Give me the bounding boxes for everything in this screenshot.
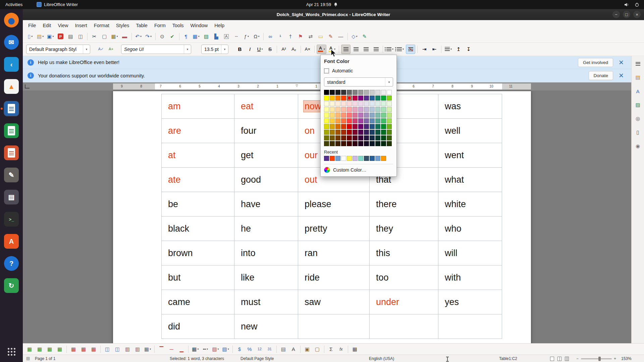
multi-page-view-icon[interactable] (557, 357, 561, 361)
custom-color-option[interactable]: Custom Color… (324, 166, 393, 174)
dock-help[interactable]: ? (4, 256, 19, 271)
color-swatch[interactable] (358, 141, 363, 146)
color-swatch[interactable] (370, 135, 375, 140)
dock-libreoffice-writer[interactable] (4, 101, 19, 116)
color-swatch[interactable] (358, 124, 363, 129)
color-swatch[interactable] (387, 130, 392, 135)
table-cell[interactable]: into (234, 241, 298, 265)
color-swatch[interactable] (370, 90, 375, 95)
table-cell[interactable]: ate (162, 168, 234, 192)
color-swatch[interactable] (387, 113, 392, 118)
color-swatch[interactable] (330, 130, 335, 135)
color-swatch[interactable] (341, 96, 346, 101)
color-swatch[interactable] (330, 156, 335, 161)
border-color-dropdown-arrow[interactable]: ▾ (218, 348, 219, 351)
cut-button[interactable]: ✂ (90, 32, 99, 41)
font-size-value[interactable]: 13.5 pt (202, 47, 221, 52)
align-center-button[interactable] (351, 45, 361, 54)
color-swatch[interactable] (353, 113, 358, 118)
delete-row-button[interactable]: ▦ (69, 345, 78, 354)
insert-column-before-button[interactable]: ▦ (45, 345, 54, 354)
color-swatch[interactable] (364, 130, 369, 135)
insert-hyperlink-button[interactable]: ∞ (266, 32, 275, 41)
color-swatch[interactable] (375, 118, 380, 123)
color-swatch[interactable] (370, 118, 375, 123)
table-cell[interactable]: are (162, 119, 234, 143)
number-format-date-button[interactable]: 31 (265, 345, 274, 354)
color-swatch[interactable] (375, 141, 380, 146)
page-number-status[interactable]: Page 1 of 1 (35, 356, 55, 361)
borders-dropdown-arrow[interactable]: ▾ (197, 348, 199, 351)
color-swatch[interactable] (370, 113, 375, 118)
insert-chart-button[interactable]: ▙ (212, 32, 221, 41)
sidebar-styles-icon[interactable]: A (634, 87, 642, 95)
color-swatch[interactable] (364, 96, 369, 101)
table-cell[interactable]: saw (298, 290, 370, 314)
color-swatch[interactable] (358, 130, 363, 135)
color-swatch[interactable] (375, 124, 380, 129)
color-swatch[interactable] (375, 156, 380, 161)
new-style-button[interactable]: A+ (106, 45, 116, 54)
align-bottom-button[interactable]: ▁ (177, 345, 186, 354)
window-titlebar[interactable]: Dolch_Sight_Words_Primer.docx - LibreOff… (23, 9, 644, 20)
color-swatch[interactable] (370, 124, 375, 129)
table-cell[interactable]: they (370, 217, 438, 241)
palette-select[interactable]: standard (324, 77, 393, 86)
color-swatch[interactable] (341, 113, 346, 118)
color-swatch[interactable] (381, 96, 386, 101)
cross-reference-button[interactable]: ⇄ (306, 32, 315, 41)
color-swatch[interactable] (375, 135, 380, 140)
font-size-combobox[interactable]: 13.5 pt (201, 45, 228, 54)
color-swatch[interactable] (335, 113, 340, 118)
color-swatch[interactable] (335, 135, 340, 140)
table-cell[interactable] (370, 314, 438, 339)
color-swatch[interactable] (347, 156, 352, 161)
formula-button[interactable]: fx (336, 345, 346, 354)
ruler-indent-marker[interactable]: ▽ (296, 84, 298, 87)
menu-edit[interactable]: Edit (39, 21, 54, 30)
ordered-list-button[interactable]: ▾ (395, 45, 405, 54)
close-notification-icon[interactable]: ✕ (619, 72, 624, 79)
color-swatch[interactable] (353, 96, 358, 101)
table-background-color-button[interactable]: ▧▾ (221, 345, 230, 354)
increase-paragraph-spacing-button[interactable]: ↥ (454, 45, 463, 54)
automatic-color-option[interactable]: Automatic (324, 67, 393, 74)
book-view-icon[interactable] (565, 357, 569, 361)
menu-file[interactable]: File (25, 21, 39, 30)
delete-table-button[interactable]: ▦ (89, 345, 98, 354)
color-swatch[interactable] (381, 113, 386, 118)
color-swatch[interactable] (347, 130, 352, 135)
color-swatch[interactable] (358, 90, 363, 95)
italic-button[interactable]: I (245, 45, 255, 54)
table-cell[interactable]: went (438, 143, 502, 168)
autoformat-styles-button[interactable]: ▤ (279, 345, 288, 354)
save-dropdown-arrow[interactable]: ▾ (52, 35, 54, 38)
table-cell[interactable]: black (162, 217, 234, 241)
clone-formatting-button[interactable]: ▬ (120, 32, 129, 41)
color-swatch[interactable] (381, 101, 386, 106)
table-cell[interactable]: did (162, 314, 234, 339)
unordered-list-dropdown-arrow[interactable]: ▾ (392, 48, 393, 51)
color-swatch[interactable] (381, 124, 386, 129)
table-cell[interactable]: ran (298, 241, 370, 265)
activities-button[interactable]: Activities (5, 2, 22, 7)
new-document-dropdown-arrow[interactable]: ▾ (31, 35, 33, 38)
spelling-button[interactable]: ✔ (168, 32, 177, 41)
color-swatch[interactable] (375, 96, 380, 101)
color-swatch[interactable] (347, 107, 352, 112)
menu-insert[interactable]: Insert (72, 21, 91, 30)
insert-field-dropdown-arrow[interactable]: ▾ (248, 35, 249, 38)
zoom-in-icon[interactable]: + (614, 356, 616, 361)
table-cell[interactable]: what (438, 168, 502, 192)
insertion-mode-icon[interactable] (446, 357, 449, 362)
unordered-list-button[interactable]: ▾ (385, 45, 395, 54)
color-swatch[interactable] (370, 107, 375, 112)
insert-column-after-button[interactable]: ▦ (55, 345, 64, 354)
color-swatch[interactable] (330, 113, 335, 118)
table-cell[interactable]: must (234, 290, 298, 314)
subscript-button[interactable]: A₂ (289, 45, 299, 54)
clock[interactable]: Apr 21 19:59 (306, 2, 338, 7)
table-cell[interactable]: good (234, 168, 298, 192)
color-swatch[interactable] (387, 124, 392, 129)
decrease-indent-button[interactable]: ⇤ (430, 45, 439, 54)
